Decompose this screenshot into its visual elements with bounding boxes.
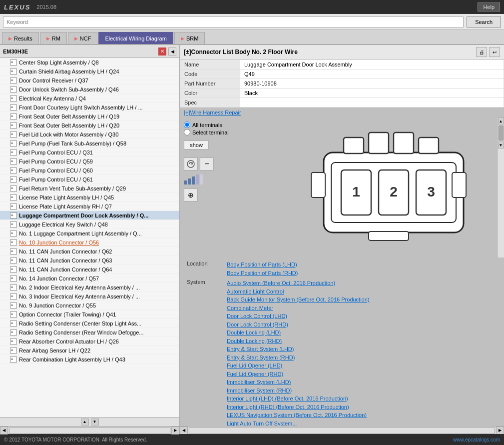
- list-item[interactable]: No. 2 Indoor Electrical Key Antenna Asse…: [0, 283, 179, 292]
- vscroll-up-btn[interactable]: ▲: [498, 118, 504, 124]
- list-item[interactable]: Electrical Key Antenna / Q4: [0, 94, 179, 103]
- system-link[interactable]: Entry & Start System (RHD): [227, 354, 497, 362]
- system-link[interactable]: Entry & Start System (LHD): [227, 345, 497, 354]
- list-item-icon: [10, 122, 17, 128]
- close-panel-button[interactable]: ✕: [158, 48, 166, 56]
- list-item[interactable]: Fuel Pump Control ECU / Q59: [0, 157, 179, 166]
- list-item[interactable]: Curtain Shield Airbag Assembly LH / Q24: [0, 67, 179, 76]
- location-system-section: Location Body Position of Parts (LHD)Bod…: [180, 258, 504, 426]
- list-item[interactable]: License Plate Light Assembly LH / Q45: [0, 193, 179, 202]
- system-link[interactable]: Combination Meter: [227, 304, 497, 312]
- list-item[interactable]: No. 1 Luggage Compartment Light Assembly…: [0, 229, 179, 238]
- tab-results[interactable]: ▶ Results: [2, 32, 39, 44]
- vscroll-down-btn[interactable]: ▼: [498, 142, 504, 148]
- system-link[interactable]: Door Lock Control (LHD): [227, 312, 497, 320]
- list-item-icon: [10, 320, 17, 326]
- list-item[interactable]: Rear Absorber Control Actuator LH / Q26: [0, 337, 179, 346]
- list-item[interactable]: No. 11 CAN Junction Connector / Q63: [0, 256, 179, 265]
- print-button[interactable]: 🖨: [476, 47, 487, 57]
- system-link[interactable]: Door Lock Control (RHD): [227, 320, 497, 329]
- system-link[interactable]: Fuel Lid Opener (LHD): [227, 362, 497, 370]
- tab-ewd[interactable]: Electrical Wiring Diagram: [98, 32, 173, 44]
- h-scroll-right-btn[interactable]: ▶: [171, 426, 179, 434]
- tab-rm[interactable]: ▶ RM: [40, 32, 67, 44]
- list-item[interactable]: License Plate Light Assembly RH / Q7: [0, 202, 179, 211]
- scroll-up-button[interactable]: ▲: [81, 418, 89, 426]
- show-button[interactable]: show: [184, 140, 209, 150]
- list-item-icon: [10, 276, 17, 282]
- h-scroll-left-btn[interactable]: ◀: [0, 426, 8, 434]
- zoom-fit-button[interactable]: ⊕: [184, 188, 198, 202]
- back-button[interactable]: ↩: [489, 47, 500, 57]
- bottom-bar: © 2012 TOYOTA MOTOR CORPORATION. All Rig…: [0, 434, 504, 445]
- version-label: 2015.08: [36, 4, 56, 10]
- search-bar: Search: [0, 14, 504, 30]
- list-item[interactable]: Fuel Return Vent Tube Sub-Assembly / Q29: [0, 184, 179, 193]
- list-item[interactable]: No. 3 Indoor Electrical Key Antenna Asse…: [0, 292, 179, 301]
- list-item[interactable]: No. 11 CAN Junction Connector / Q64: [0, 265, 179, 274]
- scroll-down-button[interactable]: ▼: [91, 418, 99, 426]
- search-button[interactable]: Search: [467, 16, 501, 28]
- keyword-input[interactable]: [3, 16, 464, 28]
- radio-select-terminal[interactable]: [184, 129, 190, 136]
- location-link[interactable]: Body Position of Parts (LHD): [227, 260, 497, 269]
- list-item[interactable]: No. 9 Junction Connector / Q55: [0, 301, 179, 310]
- right-h-scrollbar[interactable]: [189, 428, 495, 434]
- system-link[interactable]: Back Guide Monitor System (Before Oct. 2…: [227, 296, 497, 304]
- list-item[interactable]: No. 14 Junction Connector / Q57: [0, 274, 179, 283]
- list-item[interactable]: Center Stop Light Assembly / Q8: [0, 58, 179, 67]
- system-link[interactable]: Immobiliser System (RHD): [227, 386, 497, 395]
- list-item[interactable]: Front Seat Outer Belt Assembly LH / Q20: [0, 121, 179, 130]
- list-item[interactable]: No. 11 CAN Junction Connector / Q62: [0, 247, 179, 256]
- list-item[interactable]: Fuel Pump Control ECU / Q60: [0, 166, 179, 175]
- system-link[interactable]: Audio System (Before Oct. 2016 Productio…: [227, 279, 497, 288]
- list-item-icon: [10, 266, 17, 272]
- system-link[interactable]: Double Locking (LHD): [227, 328, 497, 337]
- list-item[interactable]: Fuel Pump (Fuel Tank Sub-Assembly) / Q58: [0, 139, 179, 148]
- lexus-logo: LEXUS: [4, 4, 30, 11]
- svg-rect-9: [344, 138, 364, 154]
- info-table: Name Luggage Compartment Door Lock Assem…: [180, 60, 504, 108]
- list-item[interactable]: Fuel Lid Lock with Motor Assembly / Q30: [0, 130, 179, 139]
- radio-all-terminals[interactable]: [184, 122, 190, 128]
- list-item[interactable]: Fuel Pump Control ECU / Q31: [0, 148, 179, 157]
- list-item-label: Front Seat Outer Belt Assembly LH / Q19: [19, 114, 119, 120]
- zoom-out-button[interactable]: −: [200, 158, 214, 170]
- list-item[interactable]: Radio Setting Condenser (Center Stop Lig…: [0, 319, 179, 328]
- list-item[interactable]: Option Connector (Trailer Towing) / Q41: [0, 310, 179, 319]
- component-list[interactable]: Center Stop Light Assembly / Q8Curtain S…: [0, 58, 179, 417]
- system-link[interactable]: Interior Light (LHD) (Before Oct. 2016 P…: [227, 394, 497, 403]
- right-content: Name Luggage Compartment Door Lock Assem…: [180, 60, 504, 426]
- list-item[interactable]: Radio Setting Condenser (Rear Window Def…: [0, 328, 179, 337]
- list-item[interactable]: Luggage Electrical Key Switch / Q48: [0, 220, 179, 229]
- system-link[interactable]: Fuel Lid Opener (RHD): [227, 370, 497, 378]
- list-item[interactable]: Rear Combination Light Assembly LH / Q43: [0, 355, 179, 364]
- list-item[interactable]: Fuel Pump Control ECU / Q61: [0, 175, 179, 184]
- zoom-in-button[interactable]: [184, 158, 198, 170]
- scroll-left-button[interactable]: ◀: [168, 48, 176, 56]
- list-item[interactable]: Rear Airbag Sensor LH / Q22: [0, 346, 179, 355]
- location-link[interactable]: Body Position of Parts (RHD): [227, 269, 497, 278]
- tab-ncf[interactable]: ▶ NCF: [68, 32, 98, 44]
- list-item[interactable]: Door Control Receiver / Q37: [0, 76, 179, 85]
- system-link[interactable]: Double Locking (RHD): [227, 337, 497, 346]
- system-link[interactable]: Automatic Light Control: [227, 288, 497, 296]
- wire-harness-link[interactable]: [+]Wire Harness Repair: [180, 108, 504, 118]
- right-h-scroll-left-btn[interactable]: ◀: [180, 426, 188, 434]
- list-item[interactable]: Door Unlock Switch Sub-Assembly / Q46: [0, 85, 179, 94]
- system-link[interactable]: Interior Light (RHD) (Before Oct. 2016 P…: [227, 403, 497, 412]
- list-item[interactable]: Front Seat Outer Belt Assembly LH / Q19: [0, 112, 179, 121]
- vscroll-thumb[interactable]: [499, 126, 504, 140]
- system-link[interactable]: LEXUS Navigation System (Before Oct. 201…: [227, 411, 497, 420]
- list-item[interactable]: Front Door Courtesy Light Switch Assembl…: [0, 103, 179, 112]
- help-button[interactable]: Help: [478, 2, 500, 12]
- list-item[interactable]: Luggage Compartment Door Lock Assembly /…: [0, 211, 179, 220]
- list-item-icon: [10, 248, 17, 254]
- system-link[interactable]: Light Auto Turn Off System...: [227, 420, 497, 426]
- list-item-icon: [10, 204, 17, 210]
- right-h-scroll-right-btn[interactable]: ▶: [496, 426, 504, 434]
- tab-brm[interactable]: ▶ BRM: [174, 32, 205, 44]
- list-item[interactable]: No. 10 Junction Connector / Q56: [0, 238, 179, 247]
- h-scrollbar-left[interactable]: [9, 428, 170, 434]
- system-link[interactable]: Immobiliser System (LHD): [227, 378, 497, 386]
